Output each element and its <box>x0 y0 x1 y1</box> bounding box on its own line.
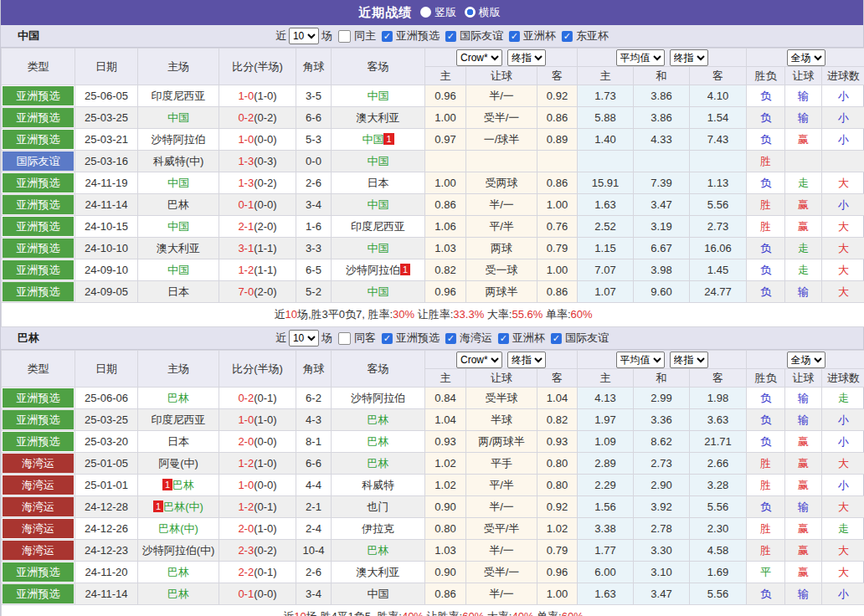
team-cell: 中国1 <box>332 129 425 151</box>
same-venue-checkbox[interactable] <box>338 332 351 345</box>
bookmaker-select[interactable]: Crow* <box>456 352 502 368</box>
corner-cell: 3-5 <box>296 85 332 107</box>
avg-home: 1.97 <box>578 409 634 431</box>
score-cell: 1-3(0-2) <box>219 172 296 194</box>
match-type-badge: 亚洲预选 <box>3 173 74 192</box>
competition-checkbox[interactable]: ✓ <box>445 31 456 42</box>
date-cell: 24-09-10 <box>75 259 138 281</box>
bookmaker-select[interactable]: Crow* <box>456 49 502 66</box>
team-name: 日本 <box>167 435 189 448</box>
corner-cell: 3-3 <box>296 238 332 259</box>
summary-row: 近10场,胜3平0负7, 胜率:30% 让胜率:33.3% 大率:55.6% 单… <box>2 303 864 327</box>
title-bar: 近期战绩 竖版 横版 <box>1 0 863 25</box>
competition-checkbox[interactable]: ✓ <box>382 31 393 42</box>
avg-home: 6.00 <box>578 562 634 583</box>
result-handicap: 赢 <box>785 129 822 151</box>
team-name: 中国 <box>368 242 389 254</box>
result-goals: 小 <box>822 107 864 129</box>
odds-handicap: 半球 <box>466 409 537 431</box>
odds-time-select[interactable]: 终指 <box>507 49 546 66</box>
avg-draw: 2.99 <box>634 388 690 409</box>
avg-home: 2.52 <box>578 216 634 238</box>
halftime-score: (0-1) <box>254 501 276 513</box>
team-name: 巴林 <box>167 566 189 578</box>
summary-segment: 40% <box>402 610 424 616</box>
odds-home: 1.06 <box>425 216 466 238</box>
team-name: 沙特阿拉伯 <box>346 264 400 276</box>
match-type-badge: 亚洲预选 <box>3 130 74 149</box>
sub-column-header: 进球数 <box>822 67 864 85</box>
avg-away: 21.71 <box>690 431 747 453</box>
match-type-badge: 亚洲预选 <box>3 195 74 214</box>
halftime-score: (0-0) <box>254 588 276 600</box>
horizontal-layout-radio[interactable] <box>465 7 476 18</box>
match-type-cell: 亚洲预选 <box>2 172 75 194</box>
score-cell: 0-1(0-0) <box>219 194 296 216</box>
match-row: 海湾运24-12-26巴林(中)2-0(1-0)2-4伊拉克0.80受平/半1.… <box>2 518 864 540</box>
scope-select[interactable]: 全场 <box>787 352 825 368</box>
halftime-score: (2-0) <box>254 220 276 233</box>
fulltime-score: 7-0 <box>238 285 254 298</box>
average-select[interactable]: 平均值 <box>616 49 665 66</box>
team-name: 科威特 <box>362 479 394 491</box>
fulltime-score: 2-3 <box>238 544 254 557</box>
team-title: 巴林 <box>1 331 39 346</box>
odds-home: 0.84 <box>425 388 466 409</box>
vertical-layout-radio[interactable] <box>420 7 431 18</box>
match-type-badge: 海湾运 <box>3 497 74 516</box>
header-select-group: 全场 <box>747 351 864 369</box>
header-select-group: 全场 <box>747 49 864 67</box>
odds-time-select[interactable]: 终指 <box>507 352 546 368</box>
competition-checkbox[interactable]: ✓ <box>445 333 456 344</box>
result-handicap: 输 <box>785 496 822 518</box>
match-type-badge: 国际友谊 <box>3 151 74 171</box>
team-cell: 澳大利亚 <box>138 238 219 259</box>
match-type-cell: 亚洲预选 <box>2 259 75 281</box>
date-cell: 24-10-15 <box>75 216 138 238</box>
column-header: 角球 <box>296 49 332 85</box>
avg-draw: 2.90 <box>634 475 690 496</box>
summary-row: 近10场,胜4平1负5, 胜率:40% 让胜率:60% 大率:40% 单率:60… <box>2 605 864 616</box>
avg-draw: 3.47 <box>634 583 690 605</box>
odds-away: 0.86 <box>537 281 578 303</box>
competition-checkbox[interactable]: ✓ <box>382 333 393 344</box>
fulltime-score: 0-2 <box>238 111 254 124</box>
recent-count-select[interactable]: 10 <box>289 28 319 44</box>
score-cell: 1-2(0-1) <box>219 496 296 518</box>
recent-count-select[interactable]: 10 <box>289 330 319 346</box>
corner-cell: 3-4 <box>296 194 332 216</box>
avg-draw: 6.67 <box>634 238 690 259</box>
match-type-badge: 亚洲预选 <box>3 217 74 236</box>
date-cell: 24-11-14 <box>75 194 138 216</box>
avg-home: 1.63 <box>578 194 634 216</box>
team-name: 沙特阿拉伯 <box>351 392 405 404</box>
scope-select[interactable]: 全场 <box>787 49 825 66</box>
competition-checkbox[interactable]: ✓ <box>498 333 509 344</box>
fulltime-score: 1-0 <box>238 90 254 102</box>
odds-handicap: 平/半 <box>466 475 537 496</box>
odds-handicap: 两/两球半 <box>466 431 537 453</box>
sub-column-header: 胜负 <box>747 369 785 388</box>
match-row: 海湾运25-01-05阿曼(中)1-2(1-0)6-6巴林1.02平手0.802… <box>2 453 864 475</box>
summary-segment: 40% <box>512 610 533 616</box>
date-cell: 24-11-14 <box>75 583 138 605</box>
competition-label: 亚洲预选 <box>396 28 440 44</box>
fulltime-score: 2-2 <box>238 566 254 578</box>
competition-checkbox[interactable]: ✓ <box>562 31 573 42</box>
avg-time-select[interactable]: 终指 <box>670 49 708 66</box>
corner-cell: 8-1 <box>296 431 332 453</box>
team-cell: 澳大利亚 <box>332 562 425 583</box>
same-venue-checkbox[interactable] <box>338 30 351 43</box>
competition-checkbox[interactable]: ✓ <box>551 333 562 344</box>
avg-time-select[interactable]: 终指 <box>670 352 708 368</box>
average-select[interactable]: 平均值 <box>616 352 665 368</box>
summary-segment: 55.6% <box>512 308 543 321</box>
odds-away <box>537 151 578 172</box>
avg-away: 1.54 <box>690 107 747 129</box>
match-row: 海湾运24-12-281巴林(中)1-2(0-1)2-1也门0.90半/一0.9… <box>2 496 864 518</box>
competition-checkbox[interactable]: ✓ <box>509 31 520 42</box>
team-cell: 印度尼西亚 <box>138 409 219 431</box>
column-header: 主场 <box>138 49 219 85</box>
odds-home: 1.02 <box>425 475 466 496</box>
match-type-cell: 亚洲预选 <box>2 194 75 216</box>
